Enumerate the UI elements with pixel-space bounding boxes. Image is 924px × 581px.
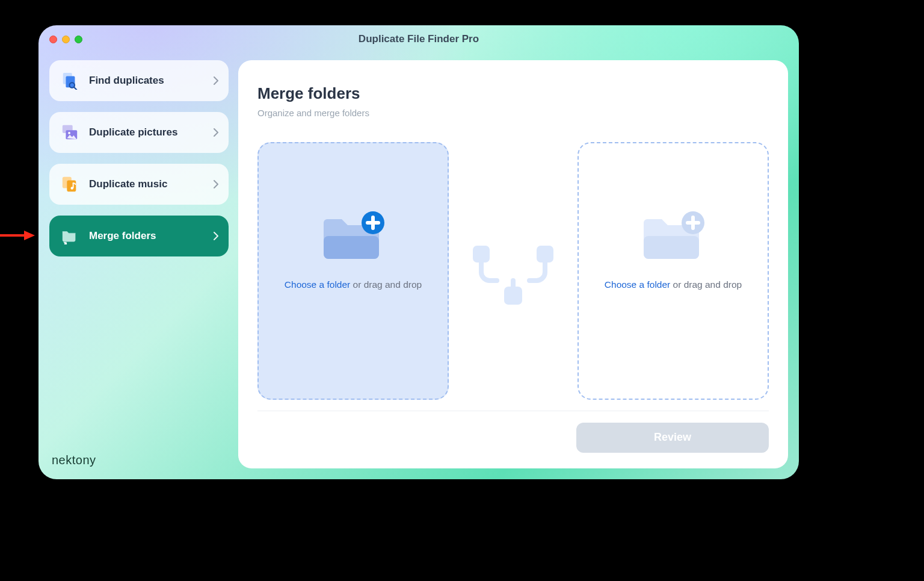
- main-panel: Merge folders Organize and merge folders: [238, 60, 788, 468]
- svg-point-9: [71, 187, 74, 190]
- minimize-window-button[interactable]: [62, 36, 70, 43]
- sidebar-item-find-duplicates[interactable]: Find duplicates: [49, 60, 229, 101]
- choose-folder-link[interactable]: Choose a folder: [285, 279, 350, 290]
- dropzone-hint: or drag and drop: [350, 279, 422, 290]
- svg-rect-13: [366, 221, 380, 225]
- sidebar-item-label: Duplicate pictures: [89, 126, 204, 138]
- fullscreen-window-button[interactable]: [75, 36, 82, 43]
- merge-folders-icon: [60, 226, 79, 246]
- target-folder-dropzone[interactable]: Choose a folder or drag and drop: [578, 142, 769, 400]
- duplicate-docs-icon: [60, 71, 79, 90]
- footer-bar: Review: [257, 411, 769, 454]
- titlebar: Duplicate File Finder Pro: [38, 25, 799, 53]
- dropzone-caption: Choose a folder or drag and drop: [285, 279, 422, 290]
- sidebar-item-label: Duplicate music: [89, 178, 204, 190]
- svg-line-3: [74, 87, 77, 90]
- svg-rect-17: [644, 236, 699, 259]
- svg-rect-10: [324, 236, 379, 259]
- window-controls: [49, 36, 82, 43]
- sidebar-item-duplicate-music[interactable]: Duplicate music: [49, 164, 229, 205]
- svg-rect-20: [686, 221, 700, 225]
- dropzone-hint: or drag and drop: [670, 279, 742, 290]
- folder-add-icon: [640, 208, 706, 264]
- page-title: Merge folders: [257, 84, 769, 103]
- svg-rect-15: [537, 246, 553, 263]
- chevron-right-icon: [214, 128, 219, 137]
- dropzone-caption: Choose a folder or drag and drop: [605, 279, 742, 290]
- music-icon: [60, 175, 79, 194]
- sidebar-item-label: Find duplicates: [89, 75, 204, 87]
- svg-rect-1: [66, 76, 75, 88]
- sidebar-item-merge-folders[interactable]: Merge folders: [49, 216, 229, 256]
- pictures-icon: [60, 123, 79, 142]
- app-window: Duplicate File Finder Pro Find duplicate…: [38, 25, 799, 479]
- sidebar-item-duplicate-pictures[interactable]: Duplicate pictures: [49, 112, 229, 153]
- close-window-button[interactable]: [49, 36, 57, 43]
- source-folder-dropzone[interactable]: Choose a folder or drag and drop: [257, 142, 449, 400]
- drop-row: Choose a folder or drag and drop: [257, 142, 769, 408]
- sidebar: Find duplicates Duplicate pictures: [49, 60, 229, 468]
- branch-icon: [468, 242, 558, 308]
- sidebar-item-label: Merge folders: [89, 230, 204, 242]
- review-button[interactable]: Review: [576, 423, 769, 453]
- annotation-arrow: [0, 231, 36, 240]
- svg-rect-8: [67, 180, 76, 191]
- chevron-right-icon: [214, 232, 219, 240]
- page-subtitle: Organize and merge folders: [257, 108, 769, 118]
- chevron-right-icon: [214, 76, 219, 85]
- svg-point-6: [68, 132, 70, 134]
- svg-rect-14: [473, 246, 490, 263]
- choose-folder-link[interactable]: Choose a folder: [605, 279, 670, 290]
- chevron-right-icon: [214, 180, 219, 188]
- brand-logo: nektony: [52, 453, 96, 467]
- window-title: Duplicate File Finder Pro: [38, 33, 799, 45]
- merge-graphic: [449, 142, 578, 408]
- folder-add-icon: [320, 208, 386, 264]
